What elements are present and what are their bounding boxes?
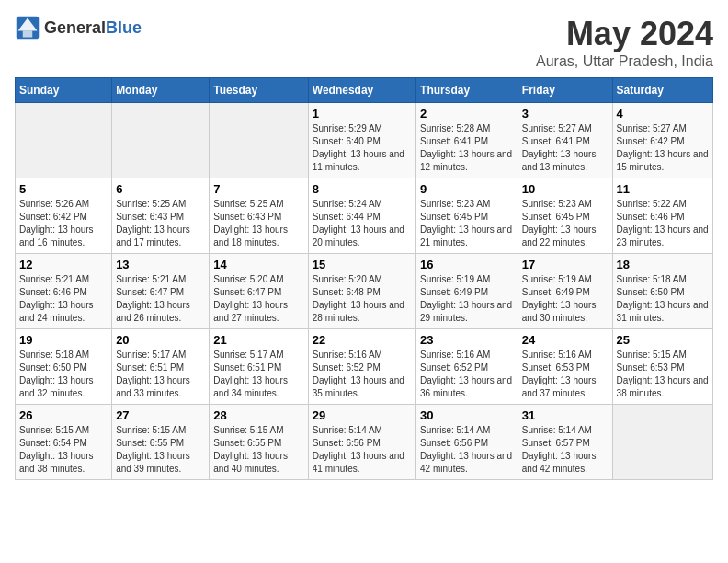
- calendar-day-cell: 22Sunrise: 5:16 AMSunset: 6:52 PMDayligh…: [308, 329, 415, 405]
- calendar-day-cell: 31Sunrise: 5:14 AMSunset: 6:57 PMDayligh…: [518, 405, 612, 480]
- calendar-day-cell: 14Sunrise: 5:20 AMSunset: 6:47 PMDayligh…: [210, 254, 308, 329]
- day-info: Sunrise: 5:22 AMSunset: 6:46 PMDaylight:…: [617, 198, 709, 249]
- day-info: Sunrise: 5:19 AMSunset: 6:49 PMDaylight:…: [522, 273, 609, 325]
- day-number: 15: [313, 258, 412, 271]
- logo-general: General: [44, 18, 106, 37]
- day-info: Sunrise: 5:16 AMSunset: 6:53 PMDaylight:…: [522, 349, 609, 400]
- weekday-header: Thursday: [416, 78, 518, 103]
- day-info: Sunrise: 5:25 AMSunset: 6:43 PMDaylight:…: [116, 198, 205, 249]
- calendar-week-row: 12Sunrise: 5:21 AMSunset: 6:46 PMDayligh…: [16, 254, 713, 329]
- weekday-header: Saturday: [612, 78, 712, 103]
- calendar-day-cell: 18Sunrise: 5:18 AMSunset: 6:50 PMDayligh…: [612, 254, 712, 329]
- weekday-header: Sunday: [16, 78, 112, 103]
- day-number: 24: [522, 333, 609, 347]
- day-number: 17: [522, 258, 609, 271]
- calendar-day-cell: 2Sunrise: 5:28 AMSunset: 6:41 PMDaylight…: [416, 103, 518, 178]
- calendar-day-cell: 13Sunrise: 5:21 AMSunset: 6:47 PMDayligh…: [112, 254, 210, 329]
- day-info: Sunrise: 5:27 AMSunset: 6:41 PMDaylight:…: [522, 122, 609, 174]
- calendar-day-cell: 28Sunrise: 5:15 AMSunset: 6:55 PMDayligh…: [210, 405, 308, 480]
- calendar-day-cell: 26Sunrise: 5:15 AMSunset: 6:54 PMDayligh…: [16, 405, 112, 480]
- day-number: 30: [420, 408, 514, 422]
- day-info: Sunrise: 5:14 AMSunset: 6:56 PMDaylight:…: [313, 424, 412, 476]
- day-info: Sunrise: 5:21 AMSunset: 6:46 PMDaylight:…: [19, 273, 108, 325]
- logo-icon: [15, 15, 40, 40]
- day-number: 12: [19, 258, 108, 271]
- day-number: 16: [420, 258, 514, 271]
- day-number: 18: [617, 258, 709, 271]
- day-number: 7: [213, 182, 303, 196]
- day-info: Sunrise: 5:24 AMSunset: 6:44 PMDaylight:…: [313, 198, 412, 249]
- day-number: 11: [617, 182, 709, 196]
- day-number: 29: [313, 408, 412, 422]
- day-info: Sunrise: 5:20 AMSunset: 6:47 PMDaylight:…: [213, 273, 303, 325]
- day-number: 9: [420, 182, 514, 196]
- calendar-week-row: 19Sunrise: 5:18 AMSunset: 6:50 PMDayligh…: [16, 329, 713, 405]
- weekday-header: Monday: [112, 78, 210, 103]
- logo: GeneralBlue: [15, 15, 142, 40]
- calendar-day-cell: 25Sunrise: 5:15 AMSunset: 6:53 PMDayligh…: [612, 329, 712, 405]
- day-number: 28: [213, 408, 303, 422]
- calendar-day-cell: 10Sunrise: 5:23 AMSunset: 6:45 PMDayligh…: [518, 178, 612, 254]
- calendar-day-cell: 7Sunrise: 5:25 AMSunset: 6:43 PMDaylight…: [210, 178, 308, 254]
- day-info: Sunrise: 5:15 AMSunset: 6:55 PMDaylight:…: [213, 424, 303, 476]
- calendar-day-cell: [16, 103, 112, 178]
- day-info: Sunrise: 5:26 AMSunset: 6:42 PMDaylight:…: [19, 198, 108, 249]
- day-info: Sunrise: 5:21 AMSunset: 6:47 PMDaylight:…: [116, 273, 205, 325]
- day-number: 5: [19, 182, 108, 196]
- day-info: Sunrise: 5:18 AMSunset: 6:50 PMDaylight:…: [617, 273, 709, 325]
- day-info: Sunrise: 5:23 AMSunset: 6:45 PMDaylight:…: [420, 198, 514, 249]
- calendar-day-cell: 1Sunrise: 5:29 AMSunset: 6:40 PMDaylight…: [308, 103, 415, 178]
- weekday-header: Friday: [518, 78, 612, 103]
- day-info: Sunrise: 5:19 AMSunset: 6:49 PMDaylight:…: [420, 273, 514, 325]
- weekday-header-row: SundayMondayTuesdayWednesdayThursdayFrid…: [16, 78, 713, 103]
- calendar-day-cell: 21Sunrise: 5:17 AMSunset: 6:51 PMDayligh…: [210, 329, 308, 405]
- calendar-day-cell: 20Sunrise: 5:17 AMSunset: 6:51 PMDayligh…: [112, 329, 210, 405]
- calendar-day-cell: [612, 405, 712, 480]
- calendar-table: SundayMondayTuesdayWednesdayThursdayFrid…: [15, 77, 713, 480]
- day-number: 4: [617, 107, 709, 121]
- day-number: 10: [522, 182, 609, 196]
- day-number: 19: [19, 333, 108, 347]
- calendar-day-cell: 6Sunrise: 5:25 AMSunset: 6:43 PMDaylight…: [112, 178, 210, 254]
- day-number: 14: [213, 258, 303, 271]
- day-number: 22: [313, 333, 412, 347]
- day-info: Sunrise: 5:18 AMSunset: 6:50 PMDaylight:…: [19, 349, 108, 400]
- weekday-header: Wednesday: [308, 78, 415, 103]
- day-number: 27: [116, 408, 205, 422]
- day-number: 25: [617, 333, 709, 347]
- calendar-day-cell: 19Sunrise: 5:18 AMSunset: 6:50 PMDayligh…: [16, 329, 112, 405]
- day-info: Sunrise: 5:16 AMSunset: 6:52 PMDaylight:…: [420, 349, 514, 400]
- day-info: Sunrise: 5:23 AMSunset: 6:45 PMDaylight:…: [522, 198, 609, 249]
- day-number: 1: [313, 107, 412, 121]
- calendar-day-cell: 5Sunrise: 5:26 AMSunset: 6:42 PMDaylight…: [16, 178, 112, 254]
- header: GeneralBlue May 2024 Auras, Uttar Prades…: [15, 15, 713, 70]
- calendar-day-cell: 12Sunrise: 5:21 AMSunset: 6:46 PMDayligh…: [16, 254, 112, 329]
- calendar-day-cell: 15Sunrise: 5:20 AMSunset: 6:48 PMDayligh…: [308, 254, 415, 329]
- day-info: Sunrise: 5:20 AMSunset: 6:48 PMDaylight:…: [313, 273, 412, 325]
- subtitle: Auras, Uttar Pradesh, India: [536, 53, 713, 70]
- calendar-day-cell: 11Sunrise: 5:22 AMSunset: 6:46 PMDayligh…: [612, 178, 712, 254]
- day-info: Sunrise: 5:17 AMSunset: 6:51 PMDaylight:…: [116, 349, 205, 400]
- calendar-day-cell: 27Sunrise: 5:15 AMSunset: 6:55 PMDayligh…: [112, 405, 210, 480]
- day-number: 20: [116, 333, 205, 347]
- day-info: Sunrise: 5:17 AMSunset: 6:51 PMDaylight:…: [213, 349, 303, 400]
- day-number: 26: [19, 408, 108, 422]
- weekday-header: Tuesday: [210, 78, 308, 103]
- calendar-week-row: 1Sunrise: 5:29 AMSunset: 6:40 PMDaylight…: [16, 103, 713, 178]
- calendar-day-cell: 30Sunrise: 5:14 AMSunset: 6:56 PMDayligh…: [416, 405, 518, 480]
- day-info: Sunrise: 5:15 AMSunset: 6:55 PMDaylight:…: [116, 424, 205, 476]
- main-title: May 2024: [536, 15, 713, 53]
- day-number: 23: [420, 333, 514, 347]
- day-number: 31: [522, 408, 609, 422]
- calendar-day-cell: 3Sunrise: 5:27 AMSunset: 6:41 PMDaylight…: [518, 103, 612, 178]
- calendar-day-cell: 17Sunrise: 5:19 AMSunset: 6:49 PMDayligh…: [518, 254, 612, 329]
- day-info: Sunrise: 5:14 AMSunset: 6:57 PMDaylight:…: [522, 424, 609, 476]
- day-info: Sunrise: 5:15 AMSunset: 6:54 PMDaylight:…: [19, 424, 108, 476]
- day-info: Sunrise: 5:14 AMSunset: 6:56 PMDaylight:…: [420, 424, 514, 476]
- logo-text: GeneralBlue: [44, 18, 142, 38]
- logo-blue: Blue: [106, 18, 142, 37]
- day-info: Sunrise: 5:25 AMSunset: 6:43 PMDaylight:…: [213, 198, 303, 249]
- calendar-day-cell: 4Sunrise: 5:27 AMSunset: 6:42 PMDaylight…: [612, 103, 712, 178]
- day-number: 2: [420, 107, 514, 121]
- day-info: Sunrise: 5:28 AMSunset: 6:41 PMDaylight:…: [420, 122, 514, 174]
